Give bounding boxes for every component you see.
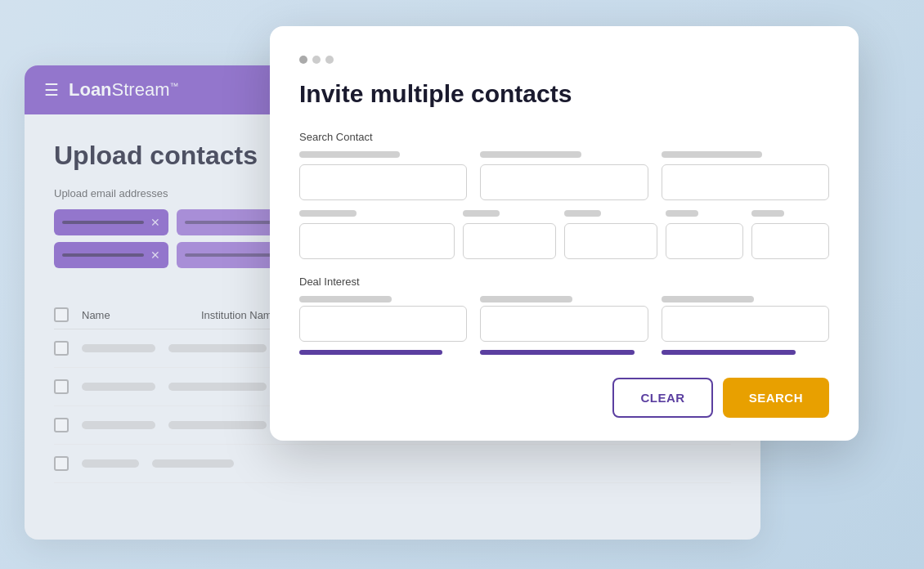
search-button[interactable]: SEARCH (723, 378, 829, 418)
progress-bar-1 (299, 350, 442, 355)
window-controls (299, 56, 829, 64)
modal-title: Invite multiple contacts (299, 80, 829, 108)
field-label-bar-8 (751, 210, 784, 217)
search-field-6 (564, 210, 657, 259)
deal-input-3[interactable] (662, 306, 829, 342)
deal-label-bar-1 (299, 296, 392, 302)
progress-bar-1-wrap (299, 350, 467, 355)
field-label-bar-7 (666, 210, 698, 217)
deal-input-1[interactable] (299, 306, 467, 342)
search-field-8 (751, 210, 829, 259)
search-fields-row-1 (299, 151, 829, 200)
deal-field-3 (662, 296, 829, 342)
search-field-2 (480, 151, 648, 200)
clear-button[interactable]: CLEAR (612, 378, 712, 418)
field-label-bar-3 (662, 151, 762, 158)
search-input-3[interactable] (662, 164, 829, 200)
field-label-bar-6 (564, 210, 601, 217)
search-field-7 (666, 210, 743, 259)
dot-3 (325, 56, 334, 64)
search-input-7[interactable] (666, 223, 743, 259)
search-contact-label: Search Contact (299, 131, 829, 143)
modal-actions: CLEAR SEARCH (299, 378, 829, 418)
search-input-4[interactable] (299, 223, 455, 259)
dot-2 (312, 56, 321, 64)
search-input-5[interactable] (463, 223, 556, 259)
search-input-8[interactable] (751, 223, 829, 259)
deal-label-bar-3 (662, 296, 754, 302)
deal-fields-row (299, 296, 829, 342)
search-fields-row-2 (299, 210, 829, 259)
progress-bar-2-wrap (480, 350, 648, 355)
deal-interest-label: Deal Interest (299, 276, 829, 288)
deal-input-2[interactable] (480, 306, 648, 342)
search-input-1[interactable] (299, 164, 467, 200)
search-input-2[interactable] (480, 164, 648, 200)
progress-bar-2 (480, 350, 635, 355)
deal-field-1 (299, 296, 467, 342)
deal-label-bar-2 (480, 296, 572, 302)
search-field-5 (463, 210, 556, 259)
search-field-3 (662, 151, 829, 200)
field-label-bar-2 (480, 151, 581, 158)
field-label-bar-5 (463, 210, 500, 217)
search-field-4 (299, 210, 455, 259)
search-field-1 (299, 151, 467, 200)
search-input-6[interactable] (564, 223, 657, 259)
invite-contacts-modal: Invite multiple contacts Search Contact (270, 26, 859, 441)
progress-bar-3-wrap (662, 350, 829, 355)
deal-field-2 (480, 296, 648, 342)
dot-1 (299, 56, 307, 64)
progress-bars-row (299, 350, 829, 355)
progress-bar-3 (662, 350, 796, 355)
field-label-bar-1 (299, 151, 400, 158)
field-label-bar-4 (299, 210, 357, 217)
